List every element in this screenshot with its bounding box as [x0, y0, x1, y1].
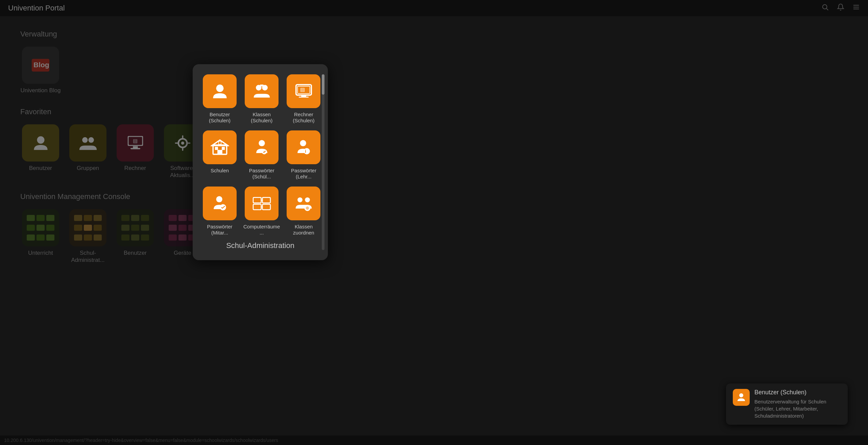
popup-grid: Benutzer (Schulen) Klassen (Schulen) ▤	[203, 74, 311, 236]
svg-text:▤: ▤	[300, 87, 305, 92]
popup-tile-computerraeume[interactable]: Computerräume ...	[243, 187, 280, 236]
popup-tile-benutzer-schulen[interactable]: Benutzer (Schulen)	[203, 74, 237, 124]
svg-point-44	[300, 140, 306, 146]
svg-rect-41	[218, 141, 221, 144]
popup-tile-passwoerter-lehr[interactable]: i Passwörter (Lehr...	[287, 130, 320, 180]
svg-point-27	[216, 84, 223, 92]
schul-administration-popup: Benutzer (Schulen) Klassen (Schulen) ▤	[193, 64, 328, 260]
popup-tile-passwoerter-schuel-icon	[245, 130, 279, 164]
svg-text:i: i	[305, 149, 306, 154]
popup-tile-benutzer-schulen-icon	[203, 74, 237, 108]
popup-tile-rechner-schulen-icon: ▤	[287, 74, 320, 108]
tooltip-text: Benutzer (Schulen) Benutzerverwaltung fü…	[754, 389, 841, 419]
tooltip-icon	[733, 389, 750, 406]
svg-rect-49	[253, 197, 261, 203]
popup-tile-klassen-zuordnen-icon: ⊕	[287, 187, 320, 220]
popup-title: Schul-Administration	[203, 241, 318, 250]
popup-tile-passwoerter-mitar-label: Passwörter (Mitar...	[203, 224, 237, 236]
svg-rect-38	[222, 147, 225, 150]
tooltip-title: Benutzer (Schulen)	[754, 389, 841, 396]
svg-point-56	[305, 197, 310, 202]
popup-tile-passwoerter-lehr-icon: i	[287, 130, 320, 164]
svg-rect-34	[301, 95, 306, 97]
svg-rect-39	[217, 150, 222, 154]
svg-point-55	[297, 197, 303, 202]
popup-tile-schulen-icon	[203, 130, 237, 164]
popup-tile-klassen-zuordnen[interactable]: ⊕ Klassen zuordnen	[287, 187, 320, 236]
popup-tile-schulen[interactable]: Schulen	[203, 130, 237, 180]
svg-point-45	[304, 148, 310, 154]
popup-tile-klassen-zuordnen-label: Klassen zuordnen	[287, 224, 320, 236]
svg-rect-52	[262, 204, 270, 209]
popup-tile-klassen-schulen-icon	[245, 74, 279, 108]
svg-rect-37	[215, 147, 218, 150]
svg-text:⊕: ⊕	[306, 205, 309, 210]
popup-tile-passwoerter-schuel-label: Passwörter (Schül...	[243, 168, 280, 180]
popup-tile-klassen-schulen[interactable]: Klassen (Schulen)	[243, 74, 280, 124]
svg-rect-30	[260, 84, 264, 86]
popup-scrollbar-thumb	[322, 74, 324, 95]
popup-tile-schulen-label: Schulen	[211, 168, 229, 174]
popup-tile-passwoerter-lehr-label: Passwörter (Lehr...	[287, 168, 320, 180]
popup-tile-passwoerter-mitar-icon	[203, 187, 237, 220]
tooltip-desc: Benutzerverwaltung für Schulen (Schüler,…	[754, 398, 841, 419]
popup-tile-benutzer-schulen-label: Benutzer (Schulen)	[203, 112, 237, 124]
popup-tile-klassen-schulen-label: Klassen (Schulen)	[243, 112, 280, 124]
svg-point-59	[739, 393, 743, 397]
popup-tile-rechner-schulen-label: Rechner (Schulen)	[287, 112, 320, 124]
popup-tile-computerraeume-icon	[245, 187, 279, 220]
svg-rect-35	[299, 97, 309, 98]
popup-tile-rechner-schulen[interactable]: ▤ Rechner (Schulen)	[287, 74, 320, 124]
svg-rect-51	[253, 204, 261, 209]
popup-scrollbar[interactable]	[322, 74, 324, 250]
popup-backdrop[interactable]	[0, 0, 868, 445]
popup-tile-passwoerter-mitar[interactable]: Passwörter (Mitar...	[203, 187, 237, 236]
popup-tile-passwoerter-schuel[interactable]: Passwörter (Schül...	[243, 130, 280, 180]
svg-point-47	[216, 196, 222, 202]
svg-point-42	[259, 140, 265, 146]
tooltip-box: Benutzer (Schulen) Benutzerverwaltung fü…	[726, 384, 848, 425]
svg-rect-50	[262, 197, 270, 203]
popup-tile-computerraeume-label: Computerräume ...	[243, 224, 280, 236]
